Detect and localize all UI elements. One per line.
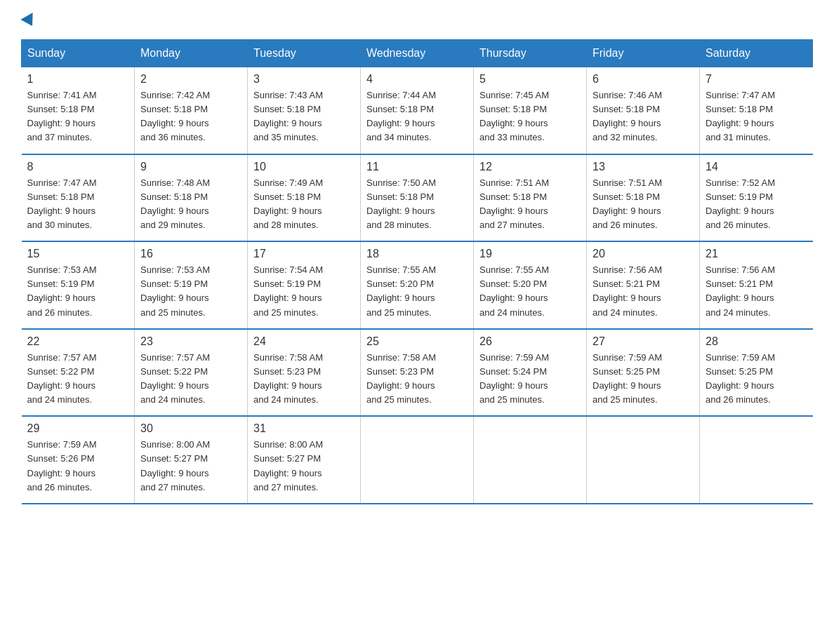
day-info: Sunrise: 7:52 AMSunset: 5:19 PMDaylight:… — [706, 176, 807, 233]
day-number: 28 — [706, 335, 807, 348]
day-info: Sunrise: 7:44 AMSunset: 5:18 PMDaylight:… — [366, 88, 468, 145]
day-number: 13 — [593, 161, 694, 173]
day-info: Sunrise: 7:55 AMSunset: 5:20 PMDaylight:… — [366, 263, 468, 320]
calendar-cell: 6 Sunrise: 7:46 AMSunset: 5:18 PMDayligh… — [587, 67, 700, 154]
calendar-cell: 10 Sunrise: 7:49 AMSunset: 5:18 PMDaylig… — [248, 154, 361, 242]
calendar-cell: 29 Sunrise: 7:59 AMSunset: 5:26 PMDaylig… — [22, 416, 135, 504]
calendar-cell: 18 Sunrise: 7:55 AMSunset: 5:20 PMDaylig… — [361, 241, 474, 329]
day-number: 19 — [479, 248, 581, 260]
calendar-cell: 12 Sunrise: 7:51 AMSunset: 5:18 PMDaylig… — [474, 154, 587, 242]
column-header-sunday: Sunday — [22, 40, 135, 67]
calendar-cell: 1 Sunrise: 7:41 AMSunset: 5:18 PMDayligh… — [22, 67, 135, 154]
calendar-cell: 7 Sunrise: 7:47 AMSunset: 5:18 PMDayligh… — [700, 67, 813, 154]
day-number: 31 — [253, 422, 355, 435]
day-number: 26 — [479, 335, 581, 348]
day-number: 21 — [706, 248, 807, 260]
day-number: 14 — [706, 161, 807, 173]
page-header — [21, 14, 813, 25]
calendar-week-row: 15 Sunrise: 7:53 AMSunset: 5:19 PMDaylig… — [22, 241, 813, 329]
day-info: Sunrise: 7:53 AMSunset: 5:19 PMDaylight:… — [140, 263, 241, 320]
calendar-week-row: 22 Sunrise: 7:57 AMSunset: 5:22 PMDaylig… — [22, 329, 813, 417]
day-info: Sunrise: 7:45 AMSunset: 5:18 PMDaylight:… — [479, 88, 581, 145]
day-number: 9 — [140, 161, 241, 173]
day-info: Sunrise: 7:59 AMSunset: 5:25 PMDaylight:… — [593, 351, 694, 408]
calendar-cell: 28 Sunrise: 7:59 AMSunset: 5:25 PMDaylig… — [700, 329, 813, 417]
day-number: 24 — [253, 335, 355, 348]
column-header-saturday: Saturday — [700, 40, 813, 67]
day-info: Sunrise: 7:57 AMSunset: 5:22 PMDaylight:… — [140, 351, 241, 408]
day-info: Sunrise: 7:58 AMSunset: 5:23 PMDaylight:… — [366, 351, 468, 408]
calendar-cell: 21 Sunrise: 7:56 AMSunset: 5:21 PMDaylig… — [700, 241, 813, 329]
calendar-cell: 13 Sunrise: 7:51 AMSunset: 5:18 PMDaylig… — [587, 154, 700, 242]
day-info: Sunrise: 7:42 AMSunset: 5:18 PMDaylight:… — [140, 88, 241, 145]
calendar-cell: 26 Sunrise: 7:59 AMSunset: 5:24 PMDaylig… — [474, 329, 587, 417]
day-number: 12 — [479, 161, 581, 173]
day-number: 10 — [253, 161, 355, 173]
day-info: Sunrise: 7:54 AMSunset: 5:19 PMDaylight:… — [253, 263, 355, 320]
calendar-week-row: 8 Sunrise: 7:47 AMSunset: 5:18 PMDayligh… — [22, 154, 813, 242]
day-info: Sunrise: 7:56 AMSunset: 5:21 PMDaylight:… — [593, 263, 694, 320]
calendar-cell: 14 Sunrise: 7:52 AMSunset: 5:19 PMDaylig… — [700, 154, 813, 242]
day-number: 4 — [366, 73, 468, 86]
day-info: Sunrise: 7:59 AMSunset: 5:26 PMDaylight:… — [27, 438, 129, 495]
calendar-cell: 25 Sunrise: 7:58 AMSunset: 5:23 PMDaylig… — [361, 329, 474, 417]
calendar-cell: 11 Sunrise: 7:50 AMSunset: 5:18 PMDaylig… — [361, 154, 474, 242]
day-info: Sunrise: 7:49 AMSunset: 5:18 PMDaylight:… — [253, 176, 355, 233]
day-number: 23 — [140, 335, 241, 348]
column-header-tuesday: Tuesday — [248, 40, 361, 67]
column-header-monday: Monday — [135, 40, 248, 67]
day-info: Sunrise: 7:55 AMSunset: 5:20 PMDaylight:… — [479, 263, 581, 320]
day-number: 6 — [593, 73, 694, 86]
logo-triangle-icon — [20, 13, 38, 29]
calendar-cell: 30 Sunrise: 8:00 AMSunset: 5:27 PMDaylig… — [135, 416, 248, 504]
calendar-cell — [700, 416, 813, 504]
calendar-cell: 17 Sunrise: 7:54 AMSunset: 5:19 PMDaylig… — [248, 241, 361, 329]
calendar-cell: 31 Sunrise: 8:00 AMSunset: 5:27 PMDaylig… — [248, 416, 361, 504]
calendar-cell: 27 Sunrise: 7:59 AMSunset: 5:25 PMDaylig… — [587, 329, 700, 417]
calendar-cell — [474, 416, 587, 504]
day-number: 27 — [593, 335, 694, 348]
day-info: Sunrise: 7:59 AMSunset: 5:25 PMDaylight:… — [706, 351, 807, 408]
day-info: Sunrise: 7:56 AMSunset: 5:21 PMDaylight:… — [706, 263, 807, 320]
day-number: 17 — [253, 248, 355, 260]
day-number: 18 — [366, 248, 468, 260]
calendar-cell: 3 Sunrise: 7:43 AMSunset: 5:18 PMDayligh… — [248, 67, 361, 154]
day-info: Sunrise: 7:47 AMSunset: 5:18 PMDaylight:… — [27, 176, 129, 233]
calendar-week-row: 29 Sunrise: 7:59 AMSunset: 5:26 PMDaylig… — [22, 416, 813, 504]
day-info: Sunrise: 7:57 AMSunset: 5:22 PMDaylight:… — [27, 351, 129, 408]
calendar-cell: 5 Sunrise: 7:45 AMSunset: 5:18 PMDayligh… — [474, 67, 587, 154]
calendar-cell: 20 Sunrise: 7:56 AMSunset: 5:21 PMDaylig… — [587, 241, 700, 329]
column-header-wednesday: Wednesday — [361, 40, 474, 67]
calendar-header-row: SundayMondayTuesdayWednesdayThursdayFrid… — [22, 40, 813, 67]
day-number: 20 — [593, 248, 694, 260]
day-info: Sunrise: 7:47 AMSunset: 5:18 PMDaylight:… — [706, 88, 807, 145]
calendar-cell: 4 Sunrise: 7:44 AMSunset: 5:18 PMDayligh… — [361, 67, 474, 154]
calendar-table: SundayMondayTuesdayWednesdayThursdayFrid… — [21, 39, 813, 504]
day-number: 16 — [140, 248, 241, 260]
day-number: 2 — [140, 73, 241, 86]
day-number: 5 — [479, 73, 581, 86]
day-number: 11 — [366, 161, 468, 173]
day-info: Sunrise: 7:46 AMSunset: 5:18 PMDaylight:… — [593, 88, 694, 145]
day-info: Sunrise: 7:41 AMSunset: 5:18 PMDaylight:… — [27, 88, 129, 145]
calendar-week-row: 1 Sunrise: 7:41 AMSunset: 5:18 PMDayligh… — [22, 67, 813, 154]
day-info: Sunrise: 8:00 AMSunset: 5:27 PMDaylight:… — [253, 438, 355, 495]
calendar-cell — [587, 416, 700, 504]
day-info: Sunrise: 7:51 AMSunset: 5:18 PMDaylight:… — [479, 176, 581, 233]
calendar-cell: 22 Sunrise: 7:57 AMSunset: 5:22 PMDaylig… — [22, 329, 135, 417]
calendar-cell: 15 Sunrise: 7:53 AMSunset: 5:19 PMDaylig… — [22, 241, 135, 329]
column-header-friday: Friday — [587, 40, 700, 67]
calendar-cell: 24 Sunrise: 7:58 AMSunset: 5:23 PMDaylig… — [248, 329, 361, 417]
calendar-cell: 8 Sunrise: 7:47 AMSunset: 5:18 PMDayligh… — [22, 154, 135, 242]
day-info: Sunrise: 7:51 AMSunset: 5:18 PMDaylight:… — [593, 176, 694, 233]
day-info: Sunrise: 7:53 AMSunset: 5:19 PMDaylight:… — [27, 263, 129, 320]
day-info: Sunrise: 7:59 AMSunset: 5:24 PMDaylight:… — [479, 351, 581, 408]
day-number: 8 — [27, 161, 129, 173]
day-info: Sunrise: 7:43 AMSunset: 5:18 PMDaylight:… — [253, 88, 355, 145]
day-info: Sunrise: 7:48 AMSunset: 5:18 PMDaylight:… — [140, 176, 241, 233]
day-info: Sunrise: 7:50 AMSunset: 5:18 PMDaylight:… — [366, 176, 468, 233]
day-number: 30 — [140, 422, 241, 435]
day-info: Sunrise: 7:58 AMSunset: 5:23 PMDaylight:… — [253, 351, 355, 408]
day-number: 3 — [253, 73, 355, 86]
calendar-cell: 16 Sunrise: 7:53 AMSunset: 5:19 PMDaylig… — [135, 241, 248, 329]
